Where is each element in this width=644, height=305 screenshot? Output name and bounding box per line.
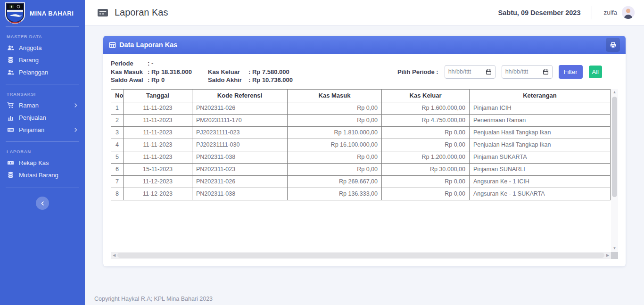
- all-button[interactable]: All: [589, 66, 602, 78]
- table-row: 211-11-2023PM20231111-170Rp 0,00Rp 4.750…: [111, 114, 611, 126]
- print-button[interactable]: [606, 38, 620, 52]
- sidebar-item-label: Anggota: [19, 44, 41, 51]
- cell-kode-referensi: PN202311-023: [192, 163, 288, 175]
- filter-button[interactable]: Filter: [559, 65, 583, 79]
- sidebar: MINA BAHARI MASTER DATAAnggotaBarangPela…: [0, 0, 85, 305]
- scrollbar-corner: [611, 252, 618, 259]
- cell-kas-masuk: Rp 136.333,00: [288, 188, 382, 200]
- column-header-kas-masuk: Kas Masuk: [288, 89, 382, 102]
- kas-masuk-value: : Rp 18.316.000: [148, 68, 208, 76]
- cell-kas-masuk: Rp 0,00: [288, 151, 382, 163]
- sidebar-item-pinjaman[interactable]: Pinjaman: [0, 124, 85, 136]
- cell-kode-referensi: PJ20231111-023: [192, 126, 288, 139]
- cell-kas-masuk: Rp 0,00: [288, 114, 382, 126]
- user-avatar[interactable]: [622, 6, 635, 19]
- cell-no: 1: [111, 102, 124, 114]
- brand[interactable]: MINA BAHARI: [0, 0, 85, 26]
- date-from-box: [445, 65, 495, 79]
- calendar-icon[interactable]: [486, 69, 492, 75]
- sidebar-item-barang[interactable]: Barang: [0, 54, 85, 66]
- sidebar-item-label: Penjualan: [19, 114, 46, 121]
- table-icon: [109, 41, 116, 49]
- money-check-icon: [7, 126, 14, 133]
- cell-kas-masuk: Rp 0,00: [288, 102, 382, 114]
- horizontal-scroll-thumb[interactable]: [117, 253, 604, 258]
- cell-kode-referensi: PN202311-038: [192, 151, 288, 163]
- cell-keterangan: Penerimaan Raman: [470, 114, 611, 126]
- cell-kode-referensi: PJ20231111-030: [192, 139, 288, 151]
- scroll-right-icon[interactable]: ▶: [604, 253, 611, 257]
- calendar-icon[interactable]: [543, 69, 549, 75]
- cell-kas-keluar: Rp 0,00: [382, 175, 470, 188]
- cell-kode-referensi: PN202311-026: [192, 102, 288, 114]
- cell-tanggal: 11-11-2023: [124, 139, 192, 151]
- users-icon: [7, 68, 14, 76]
- sidebar-divider: [6, 188, 79, 188]
- card-header: Data Laporan Kas: [103, 36, 626, 54]
- cell-kas-keluar: Rp 30.000,00: [382, 163, 470, 175]
- cell-kas-masuk: Rp 269.667,00: [288, 175, 382, 188]
- cell-kode-referensi: PN202311-026: [192, 175, 288, 188]
- sidebar-item-label: Mutasi Barang: [19, 172, 58, 179]
- scroll-down-icon[interactable]: ▼: [613, 245, 617, 252]
- kas-masuk-label: Kas Masuk: [111, 68, 148, 76]
- sidebar-item-anggota[interactable]: Anggota: [0, 41, 85, 54]
- cell-no: 4: [111, 139, 124, 151]
- sidebar-item-pelanggan[interactable]: Pelanggan: [0, 66, 85, 78]
- brand-name: MINA BAHARI: [30, 10, 74, 17]
- cell-kas-keluar: Rp 1.600.000,00: [382, 102, 470, 114]
- sidebar-item-raman[interactable]: Raman: [0, 99, 85, 111]
- column-header-tanggal: Tanggal: [124, 89, 192, 102]
- sidebar-item-mutasi-barang[interactable]: Mutasi Barang: [0, 169, 85, 181]
- card-body: Periode : - Kas Masuk : Rp 18.316.000 Ka…: [103, 54, 626, 266]
- chevron-left-icon: [40, 201, 45, 206]
- database-icon: [7, 171, 14, 179]
- filter-bar: Pilih Periode :: [397, 65, 618, 79]
- kas-keluar-label: Kas Keluar: [208, 68, 248, 76]
- cart-icon: [7, 101, 14, 109]
- date-to-input[interactable]: [505, 68, 543, 75]
- sidebar-item-label: Pelanggan: [19, 69, 48, 76]
- sidebar-section-heading: MASTER DATA: [0, 27, 85, 41]
- card-title: Data Laporan Kas: [119, 41, 177, 49]
- horizontal-scrollbar[interactable]: ◀ ▶: [111, 252, 611, 259]
- sidebar-item-label: Raman: [19, 102, 39, 109]
- cell-tanggal: 11-12-2023: [124, 188, 192, 200]
- cell-tanggal: 11-11-2023: [124, 126, 192, 139]
- footer-copyright: Copyright Haykal R.A; KPL Mina Bahari 20…: [94, 296, 213, 302]
- sidebar-item-rekap-kas[interactable]: Rekap Kas: [0, 157, 85, 169]
- table-row: 511-11-2023PN202311-038Rp 0,00Rp 1.200.0…: [111, 151, 611, 163]
- chart-bar-icon: [7, 114, 14, 121]
- cell-tanggal: 11-11-2023: [124, 102, 192, 114]
- sidebar-item-label: Pinjaman: [19, 126, 44, 133]
- saldo-akhir-label: Saldo Akhir: [208, 76, 248, 84]
- brand-logo-icon: [5, 2, 25, 24]
- scroll-up-icon[interactable]: ▲: [613, 89, 617, 96]
- laporan-kas-card: Data Laporan Kas Periode : -: [103, 36, 626, 266]
- sidebar-item-penjualan[interactable]: Penjualan: [0, 111, 85, 124]
- sidebar-section-heading: LAPORAN: [0, 142, 85, 157]
- table-row: 615-11-2023PN202311-023Rp 0,00Rp 30.000,…: [111, 163, 611, 175]
- cell-tanggal: 11-11-2023: [124, 151, 192, 163]
- sidebar-item-label: Rekap Kas: [19, 159, 49, 166]
- table-scroll-area: NoTanggalKode ReferensiKas MasukKas Kelu…: [111, 89, 618, 259]
- cell-tanggal: 15-11-2023: [124, 163, 192, 175]
- date-from-input[interactable]: [448, 68, 486, 75]
- saldo-akhir-value: : Rp 10.736.000: [248, 76, 293, 84]
- chevron-right-icon: [73, 127, 78, 132]
- cell-kas-masuk: Rp 0,00: [288, 163, 382, 175]
- main: Laporan Kas Sabtu, 09 Desember 2023 zulf…: [85, 0, 644, 305]
- money-check-icon: [97, 8, 108, 17]
- cell-no: 2: [111, 114, 124, 126]
- table-row: 111-11-2023PN202311-026Rp 0,00Rp 1.600.0…: [111, 102, 611, 114]
- topbar-date: Sabtu, 09 Desember 2023: [498, 9, 581, 16]
- cell-no: 8: [111, 188, 124, 200]
- summary-block: Periode : - Kas Masuk : Rp 18.316.000 Ka…: [111, 59, 293, 84]
- sidebar-collapse-button[interactable]: [36, 197, 49, 210]
- scroll-left-icon[interactable]: ◀: [111, 253, 117, 257]
- cell-tanggal: 11-11-2023: [124, 114, 192, 126]
- vertical-scroll-thumb[interactable]: [612, 97, 617, 198]
- column-header-no: No: [111, 89, 124, 102]
- cell-no: 5: [111, 151, 124, 163]
- vertical-scrollbar[interactable]: ▲ ▼: [611, 89, 618, 252]
